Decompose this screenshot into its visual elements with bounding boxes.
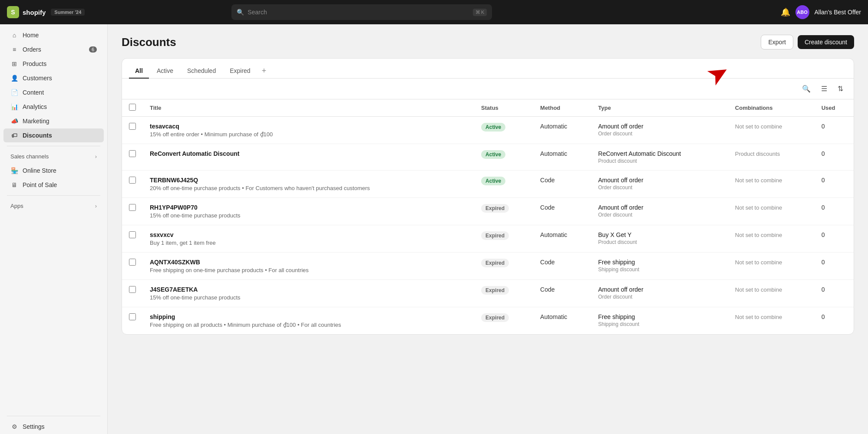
row-method-0: Automatic	[533, 117, 591, 144]
row-checkbox-7[interactable]	[122, 307, 143, 335]
tab-active[interactable]: Active	[151, 64, 179, 79]
page-title: Discounts	[122, 36, 176, 49]
discount-desc-0: 15% off entire order • Minimum purchase …	[150, 131, 273, 138]
export-button[interactable]: Export	[761, 35, 793, 49]
row-checkbox-2[interactable]	[122, 171, 143, 198]
table-row: TERBNW6J425Q 20% off one-time purchase p…	[122, 171, 854, 198]
sidebar-label-marketing: Marketing	[23, 118, 49, 125]
row-used-2: 0	[815, 171, 854, 198]
row-status-7: Expired	[474, 307, 533, 335]
discount-title-5: AQNTX40SZKWB	[150, 259, 467, 266]
combinations-text-2: Not set to combine	[735, 177, 782, 184]
sidebar-item-settings[interactable]: ⚙ Settings	[3, 420, 104, 434]
sidebar-item-content[interactable]: 📄 Content	[3, 85, 104, 99]
row-checkbox-3[interactable]	[122, 198, 143, 225]
row-checkbox-0[interactable]	[122, 117, 143, 144]
row-type-4: Buy X Get Y Product discount	[591, 225, 728, 253]
search-bar[interactable]: 🔍 ⌘ K	[231, 4, 492, 20]
logo[interactable]: S shopify Summer '24	[7, 6, 85, 18]
row-title-3[interactable]: RH1YP4PW0P70 15% off one-time purchase p…	[143, 198, 474, 225]
sidebar-item-point-of-sale[interactable]: 🖥 Point of Sale	[3, 178, 104, 192]
tab-scheduled[interactable]: Scheduled	[181, 64, 222, 79]
row-select-6[interactable]	[129, 286, 136, 293]
row-checkbox-4[interactable]	[122, 225, 143, 253]
row-title-1[interactable]: ReConvert Automatic Discount	[143, 144, 474, 171]
row-title-5[interactable]: AQNTX40SZKWB Free shipping on one-time p…	[143, 253, 474, 280]
content-icon: 📄	[10, 89, 18, 96]
row-select-2[interactable]	[129, 177, 136, 184]
row-combinations-6: Not set to combine	[728, 280, 815, 307]
search-toolbar-button[interactable]: 🔍	[799, 83, 814, 95]
row-select-3[interactable]	[129, 204, 136, 211]
discount-title-7: shipping	[150, 313, 467, 320]
discount-desc-4: Buy 1 item, get 1 item free	[150, 240, 216, 246]
row-title-2[interactable]: TERBNW6J425Q 20% off one-time purchase p…	[143, 171, 474, 198]
sidebar-item-discounts[interactable]: 🏷 Discounts	[3, 128, 104, 142]
row-checkbox-5[interactable]	[122, 253, 143, 280]
sidebar-item-analytics[interactable]: 📊 Analytics	[3, 100, 104, 114]
create-discount-button[interactable]: Create discount	[798, 35, 854, 49]
row-combinations-7: Not set to combine	[728, 307, 815, 335]
row-select-7[interactable]	[129, 313, 136, 320]
row-status-1: Active	[474, 144, 533, 171]
online-store-icon: 🏪	[10, 167, 18, 174]
discount-desc-7: Free shipping on all products • Minimum …	[150, 322, 341, 328]
combinations-text-3: Not set to combine	[735, 204, 782, 211]
sidebar-label-analytics: Analytics	[23, 103, 47, 110]
row-type-2: Amount off order Order discount	[591, 171, 728, 198]
orders-badge: 6	[89, 46, 97, 53]
type-secondary-4: Product discount	[598, 239, 637, 245]
status-badge-7: Expired	[481, 313, 509, 322]
sales-channels-header[interactable]: Sales channels ›	[3, 150, 104, 163]
home-icon: ⌂	[10, 32, 18, 39]
discount-title-0: tesavcacq	[150, 123, 467, 130]
sidebar-item-home[interactable]: ⌂ Home	[3, 28, 104, 42]
search-input[interactable]	[248, 9, 469, 16]
orders-icon: ≡	[10, 46, 18, 53]
select-all-checkbox[interactable]	[129, 104, 136, 111]
user-name: Allan's Best Offer	[815, 9, 861, 16]
tab-all[interactable]: All	[129, 64, 149, 79]
row-checkbox-1[interactable]	[122, 144, 143, 171]
row-checkbox-6[interactable]	[122, 280, 143, 307]
table-row: RH1YP4PW0P70 15% off one-time purchase p…	[122, 198, 854, 225]
row-status-3: Expired	[474, 198, 533, 225]
row-title-4[interactable]: ssxvxcv Buy 1 item, get 1 item free	[143, 225, 474, 253]
row-method-7: Automatic	[533, 307, 591, 335]
row-method-2: Code	[533, 171, 591, 198]
type-primary-1: ReConvert Automatic Discount	[598, 150, 721, 157]
sidebar-item-online-store[interactable]: 🏪 Online Store	[3, 164, 104, 178]
sidebar-item-products[interactable]: ⊞ Products	[3, 57, 104, 71]
type-secondary-1: Product discount	[598, 158, 637, 164]
type-primary-5: Free shipping	[598, 259, 721, 266]
apps-header[interactable]: Apps ›	[3, 199, 104, 213]
type-primary-2: Amount off order	[598, 177, 721, 184]
sort-toolbar-button[interactable]: ⇅	[834, 83, 847, 95]
add-tab-button[interactable]: +	[258, 65, 270, 77]
status-badge-6: Expired	[481, 286, 509, 295]
sidebar-item-marketing[interactable]: 📣 Marketing	[3, 114, 104, 128]
row-select-1[interactable]	[129, 150, 136, 157]
row-select-4[interactable]	[129, 231, 136, 238]
filter-toolbar-button[interactable]: ☰	[818, 83, 831, 95]
col-type: Type	[591, 99, 728, 117]
row-select-0[interactable]	[129, 123, 136, 130]
row-title-0[interactable]: tesavcacq 15% off entire order • Minimum…	[143, 117, 474, 144]
row-used-0: 0	[815, 117, 854, 144]
discount-desc-5: Free shipping on one-time purchase produ…	[150, 267, 309, 273]
row-title-6[interactable]: J4SEG7AEETKA 15% off one-time purchase p…	[143, 280, 474, 307]
select-all-header[interactable]	[122, 99, 143, 117]
type-secondary-0: Order discount	[598, 131, 633, 137]
row-title-7[interactable]: shipping Free shipping on all products •…	[143, 307, 474, 335]
row-combinations-2: Not set to combine	[728, 171, 815, 198]
status-badge-4: Expired	[481, 231, 509, 240]
row-used-7: 0	[815, 307, 854, 335]
sidebar-item-customers[interactable]: 👤 Customers	[3, 71, 104, 85]
sidebar-label-settings: Settings	[23, 423, 45, 430]
sidebar-bottom: ⚙ Settings	[0, 412, 107, 434]
sidebar-item-orders[interactable]: ≡ Orders 6	[3, 43, 104, 56]
notification-bell-icon[interactable]: 🔔	[781, 7, 790, 17]
row-select-5[interactable]	[129, 259, 136, 266]
row-combinations-1: Product discounts	[728, 144, 815, 171]
tab-expired[interactable]: Expired	[224, 64, 256, 79]
